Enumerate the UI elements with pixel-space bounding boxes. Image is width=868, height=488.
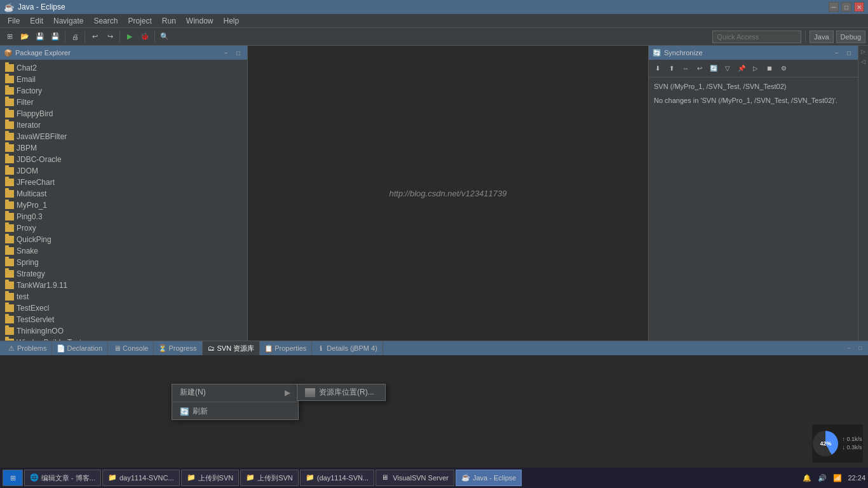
task-icon: 🖥: [381, 473, 390, 482]
tree-item-thinkinginoo[interactable]: ThinkingInOO: [0, 325, 247, 337]
ctx-refresh[interactable]: 🔄 刷新: [172, 403, 298, 419]
debug-perspective-button[interactable]: Debug: [836, 30, 865, 43]
bottom-maximize-btn[interactable]: □: [855, 343, 865, 353]
taskbar-svn[interactable]: 📁上传到SVN: [181, 470, 240, 486]
sync-maximize-button[interactable]: □: [844, 48, 854, 58]
sync-btn-5[interactable]: 🔄: [707, 63, 720, 74]
bottom-tab-declaration[interactable]: 📄Declaration: [52, 341, 108, 355]
tree-item-jfreechart[interactable]: JFreeChart: [0, 177, 247, 188]
open-button[interactable]: 📂: [18, 30, 32, 44]
bottom-tab-console[interactable]: 🖥Console: [108, 341, 154, 355]
quick-access-input[interactable]: [712, 30, 801, 43]
menu-item-search[interactable]: Search: [88, 15, 123, 27]
tree-item-iterator[interactable]: Iterator: [0, 119, 247, 131]
bottom-tab-progress[interactable]: ⏳Progress: [154, 341, 202, 355]
sync-minimize-button[interactable]: −: [832, 48, 842, 58]
tree-item-jdbcoracle[interactable]: JDBC-Oracle: [0, 154, 247, 165]
sync-btn-7[interactable]: 📌: [735, 63, 748, 74]
sync-btn-4[interactable]: ↩: [693, 63, 706, 74]
tree-item-email[interactable]: Email: [0, 74, 247, 85]
tree-item-strategy[interactable]: Strategy: [0, 268, 247, 280]
tree-item-spring[interactable]: Spring: [0, 257, 247, 268]
print-button[interactable]: 🖨: [68, 30, 82, 44]
menu-item-file[interactable]: File: [3, 15, 25, 27]
minimize-button[interactable]: ─: [829, 2, 839, 12]
taskbar-javaeclipse[interactable]: ☕Java - Eclipse: [456, 470, 522, 486]
editor-area[interactable]: http://blog.csdn.net/v123411739: [248, 46, 648, 341]
bottom-minimize-btn[interactable]: −: [844, 343, 854, 353]
tree-item-filter[interactable]: Filter: [0, 97, 247, 108]
window-title: Java - Eclipse: [18, 3, 65, 11]
undo-button[interactable]: ↩: [88, 30, 102, 44]
tree-item-testexecl[interactable]: TestExecl: [0, 302, 247, 314]
tree-item-chat2[interactable]: Chat2: [0, 62, 247, 74]
sync-btn-3[interactable]: ↔: [679, 63, 692, 74]
menu-item-navigate[interactable]: Navigate: [48, 15, 88, 27]
taskbar-visualsvnserver[interactable]: 🖥VisualSVN Server: [376, 470, 454, 486]
bottom-tabs-controls: − □: [844, 343, 865, 353]
bottom-content[interactable]: 新建(N) ▶ 🔄 刷新 资源库位置(R)...: [0, 355, 868, 468]
tree-item-quickping[interactable]: QuickPing: [0, 234, 247, 245]
menu-item-window[interactable]: Window: [181, 15, 219, 27]
taskbar-svn[interactable]: 📁上传到SVN: [240, 470, 299, 486]
tree-item-proxy[interactable]: Proxy: [0, 222, 247, 234]
bottom-tab-properties[interactable]: 📋Properties: [260, 341, 312, 355]
taskbar-day1114svn[interactable]: 📁(day1114-SVN...: [300, 470, 374, 486]
close-button[interactable]: ✕: [854, 2, 864, 12]
new-button[interactable]: ⊞: [3, 30, 17, 44]
run-button[interactable]: ▶: [123, 30, 137, 44]
tree-item-label: Strategy: [17, 269, 45, 278]
tray-icon-3[interactable]: 📶: [832, 473, 843, 483]
tray-icon-2[interactable]: 🔊: [817, 473, 827, 483]
save-button[interactable]: 💾: [33, 30, 47, 44]
menu-item-run[interactable]: Run: [157, 15, 181, 27]
menu-item-edit[interactable]: Edit: [25, 15, 48, 27]
tree-item-javawebfilter[interactable]: JavaWEBFilter: [0, 131, 247, 142]
bottom-tab-detailsjbpm4[interactable]: ℹDetails (jBPM 4): [312, 341, 383, 355]
search-button[interactable]: 🔍: [158, 30, 172, 44]
tray-icon-1[interactable]: 🔔: [802, 473, 812, 483]
start-button[interactable]: ⊞: [3, 470, 23, 486]
sync-btn-2[interactable]: ⬆: [665, 63, 678, 74]
tree-item-jbpm[interactable]: JBPM: [0, 142, 247, 154]
bottom-tab-svn[interactable]: 🗂SVN 资源库: [203, 341, 261, 355]
taskbar-day1114svnc[interactable]: 📁day1114-SVNC...: [102, 470, 180, 486]
progress-percent: 42%: [820, 440, 831, 447]
tree-item-tankwar1911[interactable]: TankWar1.9.11: [0, 280, 247, 291]
sync-btn-6[interactable]: ▽: [721, 63, 734, 74]
tree-item-ping03[interactable]: Ping0.3: [0, 211, 247, 222]
strip-btn-1[interactable]: ▷: [859, 47, 868, 56]
pe-maximize-button[interactable]: □: [233, 48, 243, 58]
folder-icon: [5, 121, 14, 129]
tree-item-jdom[interactable]: JDOM: [0, 165, 247, 177]
tree-item-test[interactable]: test: [0, 291, 247, 302]
bottom-tab-problems[interactable]: ⚠Problems: [3, 341, 52, 355]
pe-tree[interactable]: Chat2EmailFactoryFilterFlappyBirdIterato…: [0, 60, 247, 341]
menu-item-help[interactable]: Help: [219, 15, 245, 27]
tab-icon: 🖥: [113, 344, 121, 352]
sync-btn-8[interactable]: ▷: [749, 63, 762, 74]
taskbar-[interactable]: 🌐编辑文章 - 博客...: [24, 470, 101, 486]
maximize-button[interactable]: □: [841, 2, 851, 12]
strip-btn-2[interactable]: ◁: [859, 57, 868, 66]
debug-button[interactable]: 🐞: [138, 30, 152, 44]
sync-header-left: 🔄 Synchronize: [653, 49, 703, 57]
java-perspective-button[interactable]: Java: [810, 30, 833, 43]
tree-item-multicast[interactable]: Multicast: [0, 188, 247, 200]
pe-minimize-button[interactable]: −: [221, 48, 231, 58]
sync-btn-9[interactable]: ⏹: [763, 63, 776, 74]
tree-item-mypro1[interactable]: MyPro_1: [0, 200, 247, 211]
sub-repo-location[interactable]: 资源库位置(R)...: [297, 384, 385, 400]
sync-btn-10[interactable]: ⚙: [777, 63, 790, 74]
save-all-button[interactable]: 💾: [48, 30, 62, 44]
tree-item-flappybird[interactable]: FlappyBird: [0, 108, 247, 119]
menu-item-project[interactable]: Project: [123, 15, 156, 27]
redo-button[interactable]: ↪: [103, 30, 117, 44]
sync-btn-1[interactable]: ⬇: [651, 63, 664, 74]
ctx-new[interactable]: 新建(N) ▶: [172, 384, 298, 400]
tree-item-snake[interactable]: Snake: [0, 245, 247, 257]
tree-item-testservlet[interactable]: TestServlet: [0, 314, 247, 325]
tree-item-label: JDOM: [17, 166, 38, 175]
task-icon: 📁: [306, 473, 315, 482]
tree-item-factory[interactable]: Factory: [0, 85, 247, 97]
